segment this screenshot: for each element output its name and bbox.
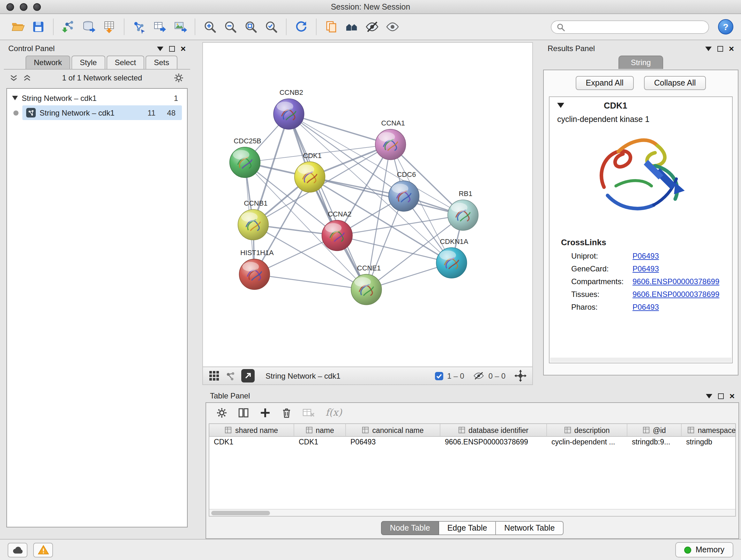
apply-layout-button[interactable] bbox=[291, 17, 312, 37]
zoom-window-button[interactable] bbox=[33, 3, 41, 10]
crosslink-value-link[interactable]: P06493 bbox=[632, 264, 659, 273]
zoom-out-button[interactable] bbox=[220, 17, 241, 37]
float-panel-icon[interactable] bbox=[169, 46, 175, 51]
network-node-cdk1[interactable]: CDK1 bbox=[294, 152, 325, 192]
crosslink-value-link[interactable]: 9606.ENSP00000378699 bbox=[632, 290, 719, 299]
column-header-name[interactable]: name bbox=[294, 424, 346, 436]
delete-column-trash-icon[interactable] bbox=[281, 407, 292, 418]
table-horizontal-scrollbar[interactable] bbox=[209, 509, 735, 516]
column-header--id[interactable]: @id bbox=[627, 424, 682, 436]
show-annotations-button[interactable] bbox=[321, 17, 341, 37]
panel-menu-caret-icon[interactable] bbox=[706, 394, 712, 398]
open-session-button[interactable] bbox=[8, 17, 28, 37]
crosslink-value-link[interactable]: P06493 bbox=[632, 303, 659, 312]
add-column-icon[interactable] bbox=[260, 407, 271, 418]
table-row[interactable]: CDK1CDK1P064939606.ENSP00000378699cyclin… bbox=[209, 437, 735, 449]
section-collapse-caret-icon[interactable] bbox=[557, 103, 564, 108]
warnings-button[interactable] bbox=[33, 543, 53, 557]
show-all-button[interactable] bbox=[382, 17, 403, 37]
tab-select[interactable]: Select bbox=[106, 56, 144, 69]
close-panel-icon[interactable]: × bbox=[730, 393, 735, 399]
export-image-button[interactable] bbox=[170, 17, 190, 37]
collapse-all-button[interactable]: Collapse All bbox=[644, 76, 706, 90]
share-icon[interactable] bbox=[225, 371, 235, 381]
network-edge[interactable] bbox=[337, 215, 463, 236]
pan-crosshair-icon[interactable] bbox=[515, 370, 527, 382]
close-window-button[interactable] bbox=[6, 3, 14, 10]
column-header-namespace[interactable]: namespace bbox=[682, 424, 736, 436]
import-network-from-database-button[interactable] bbox=[78, 17, 99, 37]
column-header-description[interactable]: description bbox=[547, 424, 627, 436]
network-row-highlight[interactable]: String Network – cdk1 11 48 bbox=[22, 105, 182, 120]
tab-string[interactable]: String bbox=[619, 56, 663, 69]
column-header-database-identifier[interactable]: database identifier bbox=[441, 424, 547, 436]
hidden-eye-slash-icon[interactable] bbox=[473, 372, 485, 380]
search-input[interactable] bbox=[568, 23, 703, 30]
grid-view-icon[interactable] bbox=[209, 370, 219, 381]
table-cell[interactable]: stringdb:9... bbox=[627, 437, 682, 449]
expand-all-button[interactable]: Expand All bbox=[576, 76, 634, 90]
tab-sets[interactable]: Sets bbox=[145, 56, 178, 69]
table-tab-node-table[interactable]: Node Table bbox=[381, 521, 439, 535]
panel-menu-caret-icon[interactable] bbox=[705, 46, 712, 51]
network-node-ccnb1[interactable]: CCNB1 bbox=[238, 199, 269, 240]
minimize-window-button[interactable] bbox=[20, 3, 27, 10]
close-panel-icon[interactable]: × bbox=[729, 45, 734, 52]
collapse-all-icon[interactable] bbox=[10, 75, 17, 81]
gear-icon[interactable] bbox=[174, 73, 184, 83]
show-columns-icon[interactable] bbox=[238, 407, 249, 418]
table-cell[interactable]: stringdb bbox=[682, 437, 736, 449]
table-settings-gear-icon[interactable] bbox=[216, 407, 227, 418]
network-node-cdc6[interactable]: CDC6 bbox=[389, 171, 419, 211]
detach-view-button[interactable] bbox=[241, 369, 255, 382]
network-canvas[interactable]: CCNB2CCNA1CDC25BCDK1CDC6RB1CCNB1CCNA2CDK… bbox=[203, 43, 532, 367]
new-network-from-selection-button[interactable] bbox=[129, 17, 149, 37]
crosslink-value-link[interactable]: P06493 bbox=[632, 252, 659, 260]
column-header-canonical-name[interactable]: canonical name bbox=[346, 424, 441, 436]
clone-network-button[interactable] bbox=[149, 17, 170, 37]
network-edge[interactable] bbox=[289, 114, 391, 145]
network-node-rb1[interactable]: RB1 bbox=[448, 190, 478, 231]
zoom-fit-button[interactable] bbox=[241, 17, 261, 37]
crosslink-value-link[interactable]: 9606.ENSP00000378699 bbox=[632, 277, 719, 286]
function-builder-button[interactable]: f(x) bbox=[326, 407, 342, 418]
table-tab-network-table[interactable]: Network Table bbox=[496, 521, 563, 535]
table-cell[interactable]: CDK1 bbox=[294, 437, 346, 449]
network-row-selected[interactable]: String Network – cdk1 11 48 bbox=[7, 105, 187, 120]
float-panel-icon[interactable] bbox=[718, 393, 724, 399]
help-button[interactable]: ? bbox=[718, 19, 733, 35]
memory-button[interactable]: Memory bbox=[675, 542, 733, 557]
hide-selected-button[interactable] bbox=[362, 17, 382, 37]
table-cell[interactable]: CDK1 bbox=[209, 437, 294, 449]
zoom-selected-button[interactable] bbox=[261, 17, 281, 37]
selected-checkbox-icon[interactable] bbox=[434, 371, 443, 380]
table-cell[interactable]: P06493 bbox=[346, 437, 441, 449]
tab-style[interactable]: Style bbox=[71, 56, 105, 69]
expand-all-icon[interactable] bbox=[23, 75, 30, 81]
close-panel-icon[interactable]: × bbox=[181, 45, 186, 52]
network-node-cdc25b[interactable]: CDC25B bbox=[230, 137, 261, 178]
network-edge[interactable] bbox=[254, 274, 366, 290]
zoom-in-button[interactable] bbox=[200, 17, 220, 37]
table-cell[interactable]: 9606.ENSP00000378699 bbox=[441, 437, 547, 449]
scrollbar-thumb[interactable] bbox=[211, 511, 270, 515]
network-node-cdkn1a[interactable]: CDKN1A bbox=[436, 238, 468, 278]
cloud-status-button[interactable] bbox=[8, 543, 27, 557]
import-table-from-file-button[interactable] bbox=[99, 17, 119, 37]
table-cell[interactable]: cyclin-dependent ... bbox=[547, 437, 627, 449]
network-node-ccna2[interactable]: CCNA2 bbox=[322, 210, 353, 251]
birdseye-view-button[interactable] bbox=[341, 17, 362, 37]
panel-menu-caret-icon[interactable] bbox=[157, 46, 163, 51]
import-network-from-file-button[interactable] bbox=[58, 17, 78, 37]
protein-section-header[interactable]: CDK1 bbox=[549, 97, 732, 114]
column-header-shared-name[interactable]: shared name bbox=[209, 424, 294, 436]
results-scrollbar[interactable] bbox=[550, 358, 731, 362]
network-edge[interactable] bbox=[289, 114, 366, 290]
network-node-hist1h1a[interactable]: HIST1H1A bbox=[239, 249, 274, 290]
tab-network[interactable]: Network bbox=[25, 56, 70, 69]
network-node-ccna1[interactable]: CCNA1 bbox=[375, 119, 406, 160]
table-tab-edge-table[interactable]: Edge Table bbox=[439, 521, 496, 535]
tree-expand-caret-icon[interactable] bbox=[12, 96, 18, 100]
float-panel-icon[interactable] bbox=[718, 46, 723, 51]
network-node-ccnb2[interactable]: CCNB2 bbox=[273, 88, 304, 129]
